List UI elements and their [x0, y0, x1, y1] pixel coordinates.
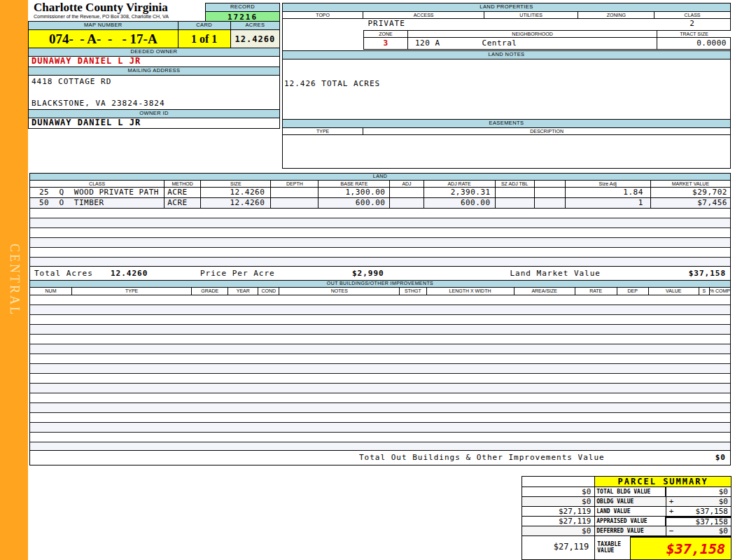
land-col-size-adj: Size Adj	[566, 181, 651, 188]
class-value: 2	[654, 19, 730, 28]
out-buildings-empty-rows	[29, 295, 731, 450]
land-properties-title: LAND PROPERTIES	[282, 3, 731, 12]
land-properties-section: LAND PROPERTIES TOPO ACCESS UTILITIES ZO…	[282, 3, 731, 57]
easements-title: EASEMENTS	[282, 119, 731, 128]
col-class: CLASS	[654, 12, 731, 19]
land-notes-text: 12.426 TOTAL ACRES	[284, 79, 380, 88]
zone-label: ZONE	[364, 31, 408, 38]
acres-label: ACRES	[231, 21, 280, 30]
cell-adj-rate: 2,390.31	[424, 188, 496, 197]
cell-method: ACRE	[164, 198, 201, 208]
ob-col-value: VALUE	[649, 288, 699, 295]
ps-value: $37,158	[677, 517, 731, 526]
cell-adj-rate: 600.00	[424, 198, 496, 208]
ps-operator: +	[666, 497, 677, 506]
cell-sz-adj-tbl	[496, 188, 535, 197]
map-card-acres: MAP NUMBER CARD ACRES 074- - A- - - 17-A…	[28, 21, 280, 50]
cell-base-rate: 600.00	[318, 198, 390, 208]
cell-class: 25 Q WOOD PRIVATE PATH	[30, 188, 164, 197]
out-buildings-section: OUT BUILDINGS/OTHER IMPROVEMENTS NUM TYP…	[29, 280, 731, 465]
land-empty-rows	[29, 209, 731, 266]
mailing-address-label: MAILING ADDRESS	[28, 67, 280, 76]
ps-operator: +	[666, 507, 677, 516]
ps-row-total-bldg: $0 TOTAL BLDG VALUE $0	[522, 487, 731, 497]
out-buildings-total-row: Total Out Buildings & Other Improvements…	[29, 450, 731, 465]
mailing-address-line1: 4418 COTTAGE RD	[31, 77, 279, 86]
zone-value: 3	[364, 38, 408, 49]
easement-type-label: TYPE	[283, 128, 363, 135]
ob-col-year: YEAR	[228, 288, 258, 295]
cell-market-value: $29,702	[651, 188, 731, 197]
cell-market-value: $7,456	[651, 198, 731, 208]
cell-class: 50 O TIMBER	[30, 198, 164, 208]
map-number-label: MAP NUMBER	[28, 21, 178, 30]
land-col-adj-rate: ADJ RATE	[424, 181, 496, 188]
cell-sz-adj-tbl	[496, 198, 535, 208]
col-utilities: UTILITIES	[484, 12, 578, 19]
card-label: CARD	[178, 21, 231, 30]
ps-taxable-prior: $27,119	[522, 536, 595, 559]
ps-taxable-value: $37,158	[631, 536, 731, 559]
ob-col-pct-comp: % COMP	[710, 288, 731, 295]
ps-value: $0	[677, 526, 731, 536]
easements-empty-area	[282, 135, 731, 169]
land-col-market-value: MARKET VALUE	[651, 181, 731, 188]
land-col-sz-adj-tbl: SZ ADJ TBL	[496, 181, 535, 188]
ps-label: TOTAL BLDG VALUE	[595, 487, 666, 496]
land-row: 50 O TIMBER ACRE 12.4260 600.00 600.00 1…	[29, 198, 731, 209]
neighborhood-value: 120 A Central	[408, 38, 657, 49]
ob-col-s: S	[699, 288, 710, 295]
card-value: 1 of 1	[178, 30, 231, 50]
ob-col-notes: NOTES	[279, 288, 400, 295]
ps-value: $0	[677, 487, 731, 496]
neighborhood-name: Central	[440, 38, 517, 49]
land-col-adj: ADJ	[390, 181, 424, 188]
cell-adj	[390, 188, 424, 197]
cell-depth	[271, 198, 318, 208]
out-buildings-total-label: Total Out Buildings & Other Improvements…	[359, 453, 605, 462]
parcel-summary: PARCEL SUMMARY $0 TOTAL BLDG VALUE $0 $0…	[522, 476, 732, 560]
neighborhood-code: 120 A	[408, 38, 440, 49]
neighborhood-label: NEIGHBORHOOD	[408, 31, 657, 38]
land-col-class: CLASS	[30, 181, 164, 188]
land-notes-title: LAND NOTES	[282, 50, 731, 59]
land-section: LAND CLASS METHOD SIZE DEPTH BASE RATE A…	[29, 173, 731, 282]
ob-col-area-size: AREA/SIZE	[514, 288, 575, 295]
cell-blank	[535, 188, 566, 197]
ps-row-obldg: $0 OBLDG VALUE + $0	[522, 497, 731, 507]
cell-method: ACRE	[164, 188, 201, 197]
record-box: RECORD 17216	[205, 3, 280, 23]
ps-label: APPRAISED VALUE	[595, 517, 666, 526]
col-access: ACCESS	[363, 12, 484, 19]
land-market-value-label: Land Market Value	[510, 269, 601, 278]
ps-header-spacer	[522, 477, 595, 486]
cell-base-rate: 1,300.00	[318, 188, 390, 197]
ps-prior-value: $27,119	[522, 517, 595, 526]
deeded-owner-value: DUNAWAY DANIEL L JR	[28, 57, 280, 67]
ps-prior-value: $0	[522, 497, 595, 506]
county-header: Charlotte County Virginia Commissioner o…	[34, 1, 204, 21]
col-topo: TOPO	[283, 12, 363, 19]
price-per-acre-value: $2,990	[352, 269, 384, 278]
ps-prior-value: $27,119	[522, 507, 595, 516]
land-col-blank	[535, 181, 566, 188]
commissioner-subtitle: Commissioner of the Revenue, PO Box 308,…	[34, 14, 204, 20]
map-number-value: 074- - A- - - 17-A	[28, 30, 178, 50]
owner-id-value: DUNAWAY DANIEL L JR	[28, 118, 280, 129]
owner-block: DEEDED OWNER DUNAWAY DANIEL L JR MAILING…	[28, 48, 280, 129]
land-col-size: SIZE	[201, 181, 271, 188]
ps-value: $0	[677, 497, 731, 506]
ob-col-length-width: LENGTH X WIDTH	[427, 288, 514, 295]
cell-size: 12.4260	[201, 188, 271, 197]
ps-prior-value: $0	[522, 487, 595, 496]
out-buildings-title: OUT BUILDINGS/OTHER IMPROVEMENTS	[29, 280, 731, 288]
land-col-depth: DEPTH	[271, 181, 318, 188]
land-col-method: METHOD	[164, 181, 201, 188]
cell-size: 12.4260	[201, 198, 271, 208]
total-acres-value: 12.4260	[111, 269, 148, 278]
ob-col-dep: DEP	[617, 288, 649, 295]
ob-col-grade: GRADE	[192, 288, 228, 295]
easements-section: EASEMENTS TYPE DESCRIPTION	[282, 119, 731, 169]
mailing-address-line2: BLACKSTONE, VA 23824-3824	[31, 99, 279, 108]
ps-taxable-label: TAXABLE VALUE	[595, 536, 631, 559]
